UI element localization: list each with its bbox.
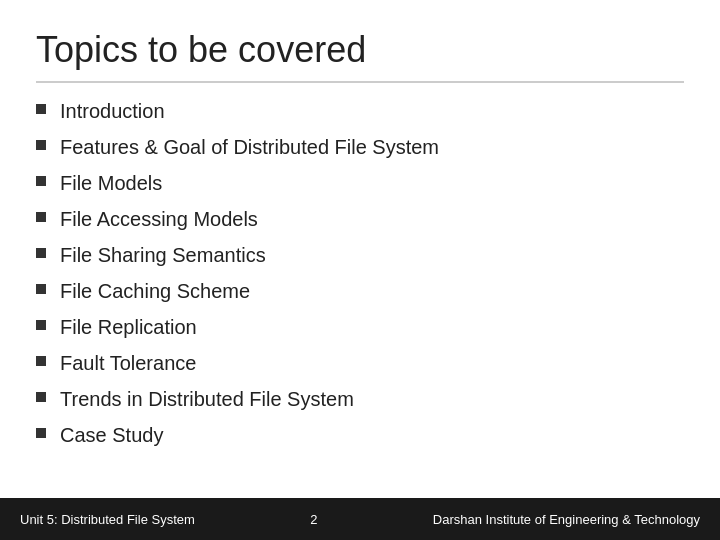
- list-item: File Accessing Models: [36, 205, 684, 233]
- bullet-text: File Accessing Models: [60, 205, 258, 233]
- list-item: Introduction: [36, 97, 684, 125]
- footer: Unit 5: Distributed File System 2 Darsha…: [0, 498, 720, 540]
- bullet-icon: [36, 248, 46, 258]
- bullet-text: File Sharing Semantics: [60, 241, 266, 269]
- bullet-text: Fault Tolerance: [60, 349, 196, 377]
- title-divider: [36, 81, 684, 83]
- list-item: File Caching Scheme: [36, 277, 684, 305]
- bullet-text: File Replication: [60, 313, 197, 341]
- list-item: Features & Goal of Distributed File Syst…: [36, 133, 684, 161]
- list-item: File Models: [36, 169, 684, 197]
- bullet-icon: [36, 176, 46, 186]
- list-item: File Sharing Semantics: [36, 241, 684, 269]
- bullet-icon: [36, 392, 46, 402]
- list-item: Trends in Distributed File System: [36, 385, 684, 413]
- bullet-icon: [36, 320, 46, 330]
- footer-right: Darshan Institute of Engineering & Techn…: [433, 512, 700, 527]
- bullet-icon: [36, 212, 46, 222]
- bullet-list: IntroductionFeatures & Goal of Distribut…: [36, 97, 684, 540]
- bullet-text: Features & Goal of Distributed File Syst…: [60, 133, 439, 161]
- footer-center: 2: [310, 512, 317, 527]
- list-item: Case Study: [36, 421, 684, 449]
- bullet-text: File Models: [60, 169, 162, 197]
- bullet-icon: [36, 284, 46, 294]
- bullet-text: Case Study: [60, 421, 163, 449]
- bullet-icon: [36, 428, 46, 438]
- bullet-icon: [36, 104, 46, 114]
- bullet-text: Trends in Distributed File System: [60, 385, 354, 413]
- list-item: Fault Tolerance: [36, 349, 684, 377]
- slide-title: Topics to be covered: [36, 28, 684, 71]
- list-item: File Replication: [36, 313, 684, 341]
- bullet-text: File Caching Scheme: [60, 277, 250, 305]
- footer-left: Unit 5: Distributed File System: [20, 512, 195, 527]
- bullet-icon: [36, 140, 46, 150]
- bullet-text: Introduction: [60, 97, 165, 125]
- bullet-icon: [36, 356, 46, 366]
- slide-container: Topics to be covered IntroductionFeature…: [0, 0, 720, 540]
